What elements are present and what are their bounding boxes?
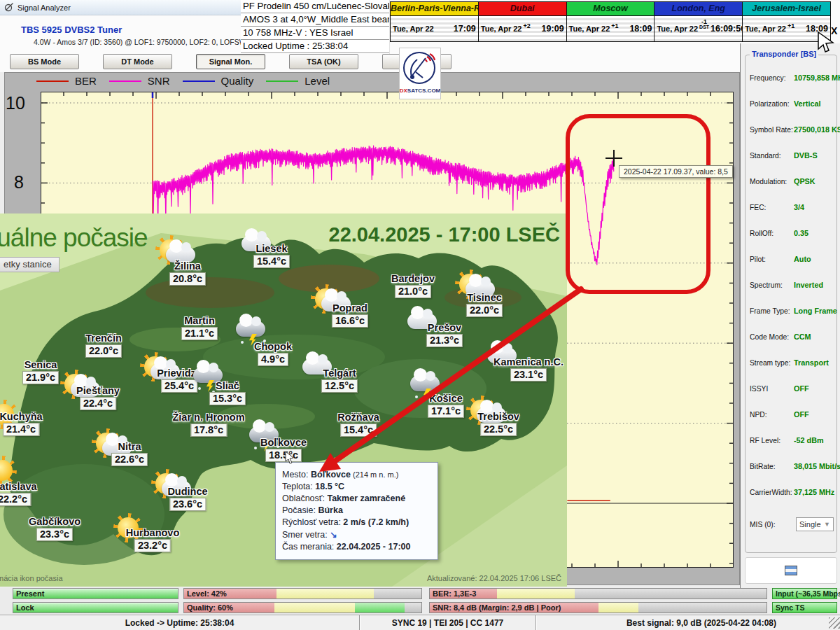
status-uptime: Locked -> Uptime: 25:38:04 [0,615,359,630]
transponder-row-modulation: Modulation:QPSK [750,169,834,195]
legend-item-snr: SNR [109,75,170,87]
transponder-row-frequency: Frequency:10759,858 MHz [750,65,834,91]
level-meter-segment [374,589,421,598]
clock-berlin-paris-vienna-roma: Berlin-Paris-Vienna-RomaTue, Apr 2217:09 [390,1,479,42]
list-icon [785,566,797,575]
infobox-row-oblacnost: Oblačnosť: Takmer zamračené [282,493,431,503]
ber-meter: BER: 1,3E-3 [429,588,767,599]
transponder-row-stream-type: Stream type:Transport [750,350,834,376]
chart-value-tooltip: 2025-04-22 17.09.37, value: 8,5 [619,165,733,178]
tab-dt-mode[interactable]: DT Mode [103,54,172,69]
level-line-swatch [266,80,298,82]
infobox-row-rychlost-vetra: Rýchlosť vetra: 2 m/s (7.2 km/h) [282,517,431,527]
transport-list-button[interactable] [745,557,837,584]
map-footer-left: mácia ikon počasia [0,574,63,582]
mode-tabs: BS ModeDT ModeSignal Mon.TSA (OK)AV Play… [10,54,451,69]
quality-meter-segment [405,603,421,612]
mis-dropdown[interactable]: Single ▼ [796,517,834,531]
map-datetime: 22.04.2025 - 17:00 LSEČ [329,223,560,246]
transponder-row-spectrum: Spectrum:Inverted [750,272,834,298]
clock-time-row: Tue, Apr 22+118:09 [567,16,654,41]
present-meter: Present [13,588,178,599]
snr-line-swatch [109,80,141,82]
ber-meter-segment [575,589,766,598]
lock-meter: Lock [13,602,178,613]
transponder-row-npd: NPD:OFF [750,402,834,428]
quality-meter-segment [274,603,355,612]
clock-city-label: London, Eng [654,2,742,16]
mouse-cursor-icon [816,31,836,53]
tab-bs-mode[interactable]: BS Mode [10,54,79,69]
clock-city-label: Jerusalem-Israel [743,2,830,16]
antenna-info-block: PF Prodelin 450 cm/Lučenec-Slovakia AMOS… [241,0,390,54]
input-bitrate-badge: Input (~36,35 Mbps) [772,588,837,599]
quality-meter: Quality: 60% [183,602,422,613]
infobox-row-pocasie: Počasie: Búrka [282,505,431,515]
snr-meter-segment [598,603,639,612]
status-bar: Locked -> Uptime: 25:38:04 SYNC 19 | TEI… [0,615,840,630]
mis-label: MIS (0): [750,521,794,528]
snr-meter-segment [638,603,766,612]
legend-item-quality: Quality [183,75,254,87]
transponder-panel: Transponder [BS] Frequency:10759,858 MHz… [740,43,840,615]
clock-time-row: Tue, Apr 22-1DST16:09:56 [654,16,742,41]
clock-london-eng: London, EngTue, Apr 22-1DST16:09:56 [654,1,743,42]
transponder-row-pilot: Pilot:Auto [750,246,834,272]
clock-city-label: Moscow [567,2,654,16]
clock-city-label: Dubai [479,2,566,16]
clock-city-label: Berlin-Paris-Vienna-Roma [391,2,478,16]
chevron-down-icon: ▼ [824,521,830,528]
logo-text: DX [400,88,407,94]
clock-time-row: Tue, Apr 2217:09 [391,16,478,41]
map-footer-updated: Aktualizované: 22.04.2025 17:06 LSEČ [427,574,561,582]
transponder-row-fec: FEC:3/4 [750,195,834,220]
infobox-row-cas-merania: Čas merania: 22.04.2025 - 17:00 [282,542,431,552]
tab-signal-mon[interactable]: Signal Mon. [196,54,265,69]
map-title-partial: tuálne počasie [0,223,148,253]
status-sync-counters: SYNC 19 | TEI 205 | CC 1477 [359,615,536,630]
clock-time-row: Tue, Apr 22+219:09 [479,16,566,41]
crosshair-icon [613,150,615,167]
legend-item-ber: BER [36,75,97,87]
transponder-row-frame-type: Frame Type:Long Frame [750,298,834,324]
window-title: Signal Analyzer [18,4,71,12]
chart-legend: BERSNRQualityLevel [36,75,330,87]
info-line: PF Prodelin 450 cm/Lučenec-Slovakia [241,0,389,13]
info-line: AMOS 3 at 4,0°W_Middle East beam [241,13,389,27]
quality-line-swatch [183,80,215,82]
clock-dubai: DubaiTue, Apr 22+219:09 [478,1,567,42]
clock-moscow: MoscowTue, Apr 22+118:09 [566,1,655,42]
quality-meter-segment [355,603,405,612]
transponder-row-rf-level: RF Level:-52 dBm [750,428,834,454]
info-line: 10 758 MHz-V : YES Israel [241,27,389,40]
transponder-row-polarization: Polarization:Vertical [750,91,834,117]
y-axis-label-10: 10 [6,93,25,113]
transponder-row-symbol-rate: Symbol Rate:27500,018 KS/s [750,117,834,143]
tuner-title: TBS 5925 DVBS2 Tuner [21,24,122,35]
all-stations-button[interactable]: etky stanice [0,257,59,272]
status-best-signal: Best signal: 9,0 dB (2025-04-22 04:08) [536,615,826,630]
world-clocks-panel: Berlin-Paris-Vienna-RomaTue, Apr 2217:09… [390,1,830,42]
dxsatcs-logo: DXSATCS.COM [399,48,441,99]
transponder-groupbox: Transponder [BS] Frequency:10759,858 MHz… [745,55,837,553]
window-titlebar: Signal Analyzer [0,0,241,15]
signal-meters: Present Level: 42% BER: 1,3E-3 Input (~3… [0,588,840,615]
transponder-row-rolloff: RollOff:0.35 [750,220,834,246]
ber-meter-segment [497,589,575,598]
annotation-arrow [301,276,595,486]
resize-grip[interactable] [829,617,840,629]
app-dish-icon [4,3,13,12]
tab-tsa-ok[interactable]: TSA (OK) [289,54,358,69]
annotation-rectangle [566,114,710,294]
transponder-row-issyi: ISSYIOFF [750,376,834,402]
satellite-dish-icon [402,50,438,88]
ber-line-swatch [36,80,69,82]
level-meter-segment [276,589,374,598]
level-meter: Level: 42% [183,588,422,599]
legend-item-level: Level [266,75,330,87]
transponder-row-bitrate: BitRate:38,015 Mbit/s [750,454,834,479]
transponder-row-code-mode: Code Mode:CCM [750,324,834,350]
infobox-row-smer-vetra: Smer vetra: ↘ [282,529,431,540]
info-line: Locked Uptime : 25:38:04 [241,40,389,53]
snr-meter: SNR: 8,4 dB (Margin: 2,9 dB | Poor) [429,602,767,613]
